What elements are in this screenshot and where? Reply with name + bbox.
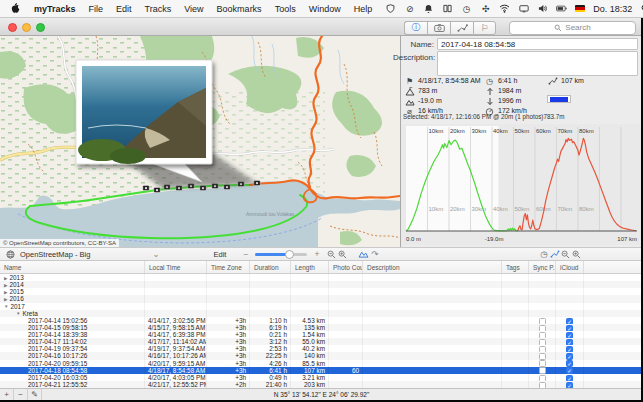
row-name: 2017-04-14 15:02:56 [28, 317, 87, 324]
column-header-dur[interactable]: Duration [250, 261, 291, 273]
group-row[interactable]: ▶2014 [0, 281, 643, 288]
group-row[interactable]: ▶2013 [0, 274, 643, 281]
menu-tools[interactable]: Tools [275, 4, 296, 14]
search-icon [554, 24, 562, 32]
rotate-reset-icon[interactable]: ↷ [369, 248, 380, 260]
column-header-tags[interactable]: Tags [502, 261, 529, 273]
min-altitude-value: -19.0 m [418, 97, 442, 104]
disclosure-triangle[interactable]: ▼ [4, 304, 8, 309]
column-header-len[interactable]: Length [291, 261, 329, 273]
menu-tracks[interactable]: Tracks [145, 4, 172, 14]
descent-value: 1996 m [498, 97, 521, 104]
dnd-icon[interactable]: ⊘ [404, 3, 415, 15]
waypoint-flag-button[interactable]: ⚐ [473, 21, 496, 35]
row-name: 2017-04-18 08:54:58 [28, 367, 87, 374]
column-header-name[interactable]: Name [0, 261, 145, 273]
edit-mode-label[interactable]: Edit [213, 250, 226, 259]
menu-view[interactable]: View [184, 4, 203, 14]
column-header-tz[interactable]: Time Zone [207, 261, 250, 273]
disclosure-triangle[interactable]: ▶ [4, 276, 7, 281]
chevron-down-icon[interactable]: ⌄ [150, 248, 161, 260]
map-provider-select[interactable]: OpenStreetMap - Big [20, 250, 90, 259]
menu-help[interactable]: Help [354, 4, 373, 14]
svg-text:50km: 50km [514, 206, 529, 212]
table-header: NameLocal TimeTime ZoneDurationLengthPho… [0, 261, 643, 274]
group-row[interactable]: ▼Kreta [0, 310, 643, 317]
menubar-clock[interactable]: Do. 18:32 [593, 4, 632, 14]
display-icon[interactable] [518, 3, 529, 15]
disclosure-triangle[interactable]: ▼ [16, 311, 20, 316]
menu-file[interactable]: File [89, 4, 104, 14]
distance-value: 107 km [561, 77, 584, 84]
track-name-field[interactable]: 2017-04-18 08:54:58 [437, 38, 638, 50]
keyboard-layout-de-flag-icon[interactable] [575, 5, 585, 12]
bell-icon[interactable] [423, 3, 434, 15]
toolbar-button-group: ⓘ ⚐ [404, 21, 496, 35]
row-name: 2017-04-20 16:03:05 [28, 374, 87, 381]
minimize-window-button[interactable] [22, 23, 31, 32]
battery-icon[interactable] [556, 3, 567, 15]
chart-time-icon[interactable]: ◷ [538, 248, 549, 260]
chart-zoom-out-icon[interactable] [560, 248, 571, 260]
track-row[interactable]: 2017-04-19 09:37:544/19/17, 9:37:54 AM+3… [0, 345, 643, 352]
menu-bar: myTracksFileEditTracksViewBookmarksTools… [0, 0, 643, 18]
map-zoom-out-icon[interactable] [326, 248, 337, 260]
column-header-icloud[interactable]: iCloud [556, 261, 584, 273]
row-name: 2017-04-20 09:59:15 [28, 360, 87, 367]
svg-text:30km: 30km [471, 128, 486, 134]
description-field[interactable] [437, 51, 638, 76]
track-row[interactable]: 2017-04-21 12:55:524/21/17, 12:55:52 PM+… [0, 381, 643, 388]
book-icon[interactable] [442, 3, 453, 15]
track-row[interactable]: 2017-04-15 09:58:154/15/17, 9:58:15 AM+3… [0, 324, 643, 331]
menu-bookmarks[interactable]: Bookmarks [217, 4, 262, 14]
map-zoom-slider[interactable] [255, 253, 307, 256]
menu-window[interactable]: Window [309, 4, 341, 14]
elevation-chart[interactable]: 10km10km20km20km30km30km40km40km50km50km… [401, 124, 643, 245]
disclosure-triangle[interactable]: ▶ [4, 290, 7, 295]
cursor-coordinates: N 35° 13' 54.12" E 24° 06' 29.92" [0, 391, 643, 398]
timer-icon[interactable]: ◷ [461, 3, 472, 15]
group-row[interactable]: ▶2016 [0, 295, 643, 302]
track-row[interactable]: 2017-04-14 18:39:384/14/17, 6:39:38 PM+3… [0, 331, 643, 338]
fan-icon[interactable]: ✣ [480, 3, 491, 15]
zoom-slider-minus[interactable]: − [240, 248, 251, 260]
camera-button[interactable] [427, 21, 450, 35]
split-track-button[interactable] [450, 21, 473, 35]
track-row[interactable]: 2017-04-14 15:02:564/14/17, 3:02:56 PM+3… [0, 317, 643, 324]
map-zoom-in-icon[interactable] [337, 248, 348, 260]
column-header-local[interactable]: Local Time [145, 261, 207, 273]
group-row[interactable]: ▶2015 [0, 288, 643, 295]
popup-photo[interactable] [78, 66, 206, 164]
zoom-window-button[interactable] [36, 23, 45, 32]
column-header-photos[interactable]: Photo Count [329, 261, 363, 273]
max-altitude-value: 783 m [418, 87, 437, 94]
track-row[interactable]: 2017-04-16 10:17:264/16/17, 10:17:26 AM+… [0, 352, 643, 359]
track-row[interactable]: 2017-04-17 11:14:024/17/17, 11:14:02 AM+… [0, 338, 643, 345]
volume-icon[interactable] [537, 3, 548, 15]
group-row[interactable]: ▼2017 [0, 303, 643, 310]
distance-icon [547, 76, 558, 86]
row-name: 2014 [9, 281, 23, 288]
profile-toggle-icon[interactable] [358, 248, 369, 260]
track-row[interactable]: 2017-04-18 08:54:584/18/17, 8:54:58 AM+3… [0, 367, 643, 374]
track-row[interactable]: 2017-04-20 16:03:054/20/17, 4:03:05 PM+3… [0, 374, 643, 381]
chart-distance-icon[interactable] [549, 248, 560, 260]
column-header-sync[interactable]: Sync P... [529, 261, 556, 273]
track-row[interactable]: 2017-04-20 09:59:154/20/17, 9:59:15 AM+3… [0, 360, 643, 367]
menu-mytracks[interactable]: myTracks [34, 4, 76, 14]
wifi-icon[interactable] [499, 3, 510, 15]
map-view[interactable]: Ammoudi tou Volakas © OpenStreetMap cont… [0, 36, 400, 247]
track-color-well[interactable] [547, 95, 571, 103]
menu-edit[interactable]: Edit [116, 4, 132, 14]
zoom-slider-plus[interactable]: + [311, 248, 322, 260]
disclosure-triangle[interactable]: ▶ [4, 283, 7, 288]
column-header-filler [584, 261, 642, 273]
shield-icon[interactable] [385, 3, 396, 15]
chart-zoom-in-icon[interactable] [571, 248, 582, 260]
column-header-desc[interactable]: Description [363, 261, 502, 273]
info-button[interactable]: ⓘ [404, 21, 427, 35]
disclosure-triangle[interactable]: ▶ [4, 297, 7, 302]
toolbar-search-field[interactable]: Search [509, 21, 636, 35]
close-window-button[interactable] [8, 23, 17, 32]
apple-menu-icon[interactable] [10, 3, 21, 15]
